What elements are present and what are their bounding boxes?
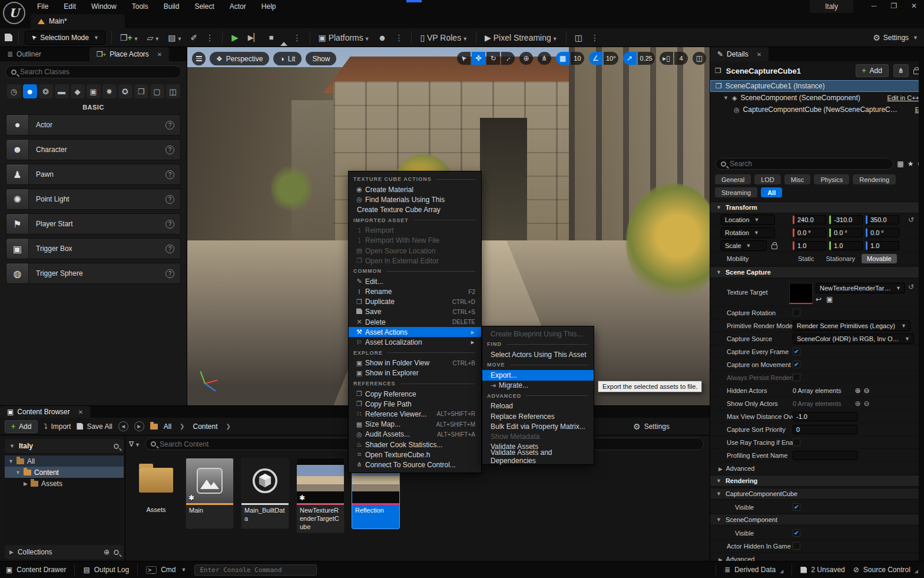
menu-item-open-texturecube-h[interactable]: ⌗Open TextureCube.h (349, 450, 481, 460)
stop-button[interactable]: ■ (266, 33, 277, 42)
ray-tracing-checkbox[interactable] (793, 438, 800, 446)
actor-item-point-light[interactable]: ✺ Point Light ? (6, 189, 181, 210)
play-button[interactable]: ▶ (228, 32, 241, 43)
blueprints-icon[interactable]: ▱▼ (145, 33, 163, 42)
menu-item-create-material[interactable]: ◉Create Material (349, 184, 481, 194)
broadcast-icon[interactable]: ◫ (572, 33, 585, 42)
minimize-button[interactable]: ─ (864, 0, 884, 13)
menu-item-copy-reference[interactable]: ❐Copy Reference (349, 389, 481, 399)
help-icon[interactable]: ? (165, 170, 174, 179)
add-array-element-icon[interactable]: ⊕ (855, 387, 861, 395)
filter-funnel-icon[interactable]: ∇▼ (129, 440, 140, 448)
section-capture-component-cube[interactable]: ▼CaptureComponentCube (710, 488, 920, 500)
output-log-button[interactable]: ▤Output Log (83, 566, 129, 574)
visible-checkbox[interactable]: ✔ (793, 529, 800, 537)
rotation-snap-icon[interactable]: ∠ (589, 52, 602, 65)
close-button[interactable]: ✕ (904, 0, 924, 13)
menu-file[interactable]: File (29, 0, 56, 13)
category-basic-icon[interactable]: ☻ (23, 84, 37, 98)
scale-snap-icon[interactable]: ↗ (623, 52, 637, 65)
scale-dropdown[interactable]: Scale▼ (721, 240, 767, 251)
cmd-dropdown[interactable]: >_Cmd▼ (146, 566, 186, 574)
toolbar-overflow-kebab[interactable]: ⋮ (203, 33, 216, 42)
settings-dropdown[interactable]: ⚙ Settings ▼ (873, 33, 918, 42)
expand-arrow-icon[interactable]: ▶ (9, 549, 14, 555)
reset-location-icon[interactable]: ↺ (908, 216, 914, 224)
component-tree-scene-component[interactable]: ▼ ◈ SceneComponent (SceneComponent) Edit… (710, 92, 924, 104)
breadcrumb-content[interactable]: Content (193, 422, 217, 431)
derived-data-button[interactable]: ≣Derived Data◢ (724, 566, 783, 574)
breadcrumb-all[interactable]: All (164, 422, 171, 431)
actor-item-trigger-sphere[interactable]: ◍ Trigger Sphere ? (6, 263, 181, 284)
surface-snap-icon[interactable]: ⋔ (538, 52, 551, 65)
rotation-z-field[interactable]: 0.0 ° (866, 228, 899, 237)
display-filter-icon[interactable]: ▦ (897, 160, 903, 168)
menu-item-delete[interactable]: ✕DeleteDELETE (349, 317, 481, 327)
editor-modes-icon[interactable]: ✐ (188, 33, 200, 42)
menu-item-find-materials[interactable]: ◎Find Materials Using This (349, 194, 481, 204)
help-icon[interactable]: ? (165, 269, 174, 278)
help-icon[interactable]: ? (165, 220, 174, 229)
actor-hidden-checkbox[interactable] (793, 542, 800, 550)
favorites-star-icon[interactable]: ★ (908, 160, 914, 168)
asset-tile-assets-folder[interactable]: Assets (134, 458, 178, 513)
scale-snap-value[interactable]: 0.25 (638, 52, 655, 65)
filter-misc[interactable]: Misc (784, 174, 811, 184)
tab-place-actors[interactable]: ❒+ Place Actors ✕ (90, 47, 169, 61)
world-space-icon[interactable]: ⊕ (519, 52, 533, 65)
broadcast-kebab[interactable]: ⋮ (588, 33, 601, 42)
play-options-kebab[interactable]: ⋮ (291, 33, 304, 42)
save-level-icon[interactable] (5, 34, 12, 41)
submenu-item-export[interactable]: Export... (482, 370, 594, 380)
actor-item-trigger-box[interactable]: ▣ Trigger Box ? (6, 238, 181, 259)
close-tab-icon[interactable]: ✕ (757, 51, 761, 58)
camera-speed-value[interactable]: 4 (674, 52, 688, 65)
empty-array-icon[interactable]: ⊖ (864, 399, 870, 408)
menu-item-shader-cook-statistics[interactable]: ♨Shader Cook Statistics... (349, 440, 481, 450)
console-command-input[interactable] (194, 564, 317, 576)
selection-mode-dropdown[interactable]: ➤ Selection Mode ▼ (25, 31, 105, 45)
rotation-y-field[interactable]: 0.0 ° (829, 228, 863, 237)
viewport-options-icon[interactable] (192, 52, 206, 65)
location-x-field[interactable]: 240.0 (793, 215, 826, 224)
filter-streaming[interactable]: Streaming (715, 187, 757, 197)
capture-sort-priority-field[interactable]: 0 (793, 425, 857, 434)
category-cinematic-icon[interactable]: ▬ (55, 84, 69, 98)
capture-on-movement-checkbox[interactable]: ✔ (793, 361, 800, 368)
category-effects-icon[interactable]: ✸ (102, 84, 117, 98)
menu-tools[interactable]: Tools (124, 0, 156, 13)
scale-z-field[interactable]: 1.0 (866, 241, 899, 250)
category-recent-icon[interactable]: ◷ (7, 84, 21, 98)
category-volumes-icon[interactable]: ▢ (150, 84, 164, 98)
unsaved-button[interactable]: 2 Unsaved (800, 566, 844, 574)
search-classes-field[interactable]: Search Classes (5, 65, 181, 78)
submenu-item-reload[interactable]: Reload (482, 401, 594, 411)
pixel-streaming-dropdown[interactable]: ▶ Pixel Streaming▼ (482, 33, 560, 42)
sources-header[interactable]: ▼ Italy (5, 439, 124, 453)
reset-texture-target-icon[interactable]: ↺ (908, 283, 914, 291)
menu-edit[interactable]: Edit (56, 0, 84, 13)
move-tool-icon[interactable]: ✜ (472, 52, 485, 65)
multi-user-icon[interactable]: ☻ (376, 33, 389, 42)
level-tab-main[interactable]: Main* (31, 14, 125, 28)
menu-item-rename[interactable]: IRenameF2 (349, 287, 481, 297)
filter-general[interactable]: General (715, 174, 751, 184)
section-scene-component[interactable]: ▼SceneComponent (710, 514, 920, 526)
grid-snap-icon[interactable]: ▦ (556, 52, 569, 65)
mobility-movable[interactable]: Movable (862, 254, 897, 263)
menu-item-duplicate[interactable]: ❐DuplicateCTRL+D (349, 297, 481, 307)
actor-item-pawn[interactable]: ♟ Pawn ? (6, 164, 181, 185)
component-tree-root[interactable]: ❒ SceneCaptureCube1 (Instance) (710, 80, 924, 92)
component-view-icon[interactable]: ⋔ (893, 64, 909, 77)
submenu-item-validate-assets-dependencies[interactable]: Validate Assets and Dependencies (482, 452, 594, 462)
rotation-dropdown[interactable]: Rotation▼ (721, 227, 775, 238)
content-browser-settings[interactable]: ⚙Settings (633, 422, 670, 431)
add-array-element-icon[interactable]: ⊕ (855, 399, 861, 408)
expand-arrow-icon[interactable]: ▶ (24, 481, 28, 487)
content-drawer-button[interactable]: ▣Content Drawer (6, 566, 66, 574)
forward-icon[interactable]: ► (134, 421, 144, 431)
rotation-x-field[interactable]: 0.0 ° (793, 228, 826, 237)
tree-item-content[interactable]: ▼ Content (5, 467, 124, 478)
scale-y-field[interactable]: 1.0 (829, 241, 863, 250)
category-media-icon[interactable]: ✪ (118, 84, 133, 98)
